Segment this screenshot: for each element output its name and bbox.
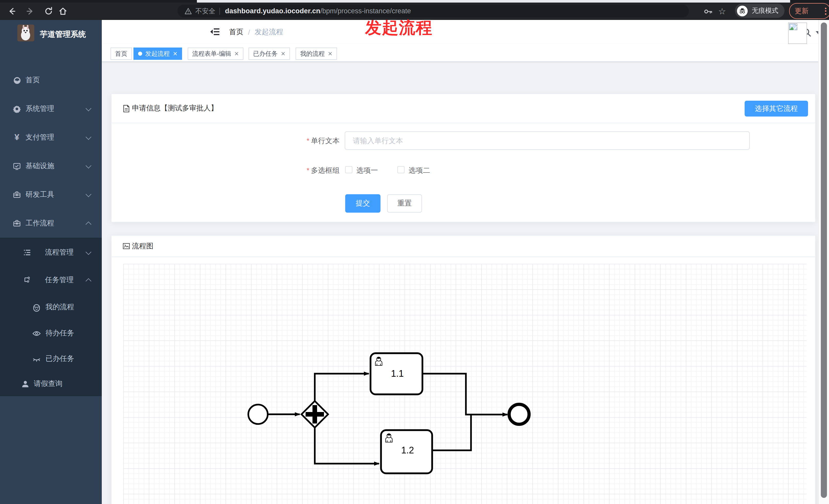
sidebar: 芋道管理系统 首页 系统管理 ¥ 支付管理 基础设施 [0, 20, 102, 504]
browser-back-button[interactable] [6, 6, 17, 17]
address-bar[interactable]: 不安全 dashboard.yudao.iocoder.cn/bpm/proce… [177, 5, 689, 17]
page-scrollbar-track[interactable] [818, 20, 829, 504]
bookmark-star-button[interactable]: ☆ [717, 6, 728, 17]
sidebar-item-label: 已办任务 [45, 354, 74, 363]
screen: 不安全 dashboard.yudao.iocoder.cn/bpm/proce… [0, 0, 829, 504]
flow-gateway-to-task1 [315, 374, 369, 401]
tree-list-icon [23, 248, 32, 257]
apply-card-title: 申请信息【测试多审批人】 [132, 104, 218, 113]
chevron-down-icon [86, 249, 92, 255]
flow-card-header: 流程图 [111, 236, 815, 257]
tab-label: 我的流程 [300, 49, 325, 58]
document-icon [123, 105, 130, 112]
breadcrumb-home[interactable]: 首页 [229, 27, 244, 37]
checkbox-option-2-label[interactable]: 选项二 [409, 166, 430, 175]
choose-other-process-button[interactable]: 选择其它流程 [745, 101, 808, 117]
eye-icon [32, 329, 41, 338]
app-title: 芋道管理系统 [40, 20, 86, 48]
bpmn-user-task-1-2[interactable]: 1.2 [381, 430, 432, 473]
page-scrollbar-thumb[interactable] [821, 23, 827, 498]
user-avatar[interactable] [788, 23, 807, 44]
tab-start-process[interactable]: 发起流程 ✕ [134, 47, 182, 60]
tags-view-bar: 首页 发起流程 ✕ 流程表单-编辑 ✕ 已办任务 ✕ 我的流程 ✕ [102, 44, 829, 62]
dashboard-icon [12, 76, 22, 85]
flow-gateway-to-task2 [315, 428, 379, 464]
sidebar-item-label: 基础设施 [26, 161, 54, 171]
toolbox-icon [12, 190, 22, 199]
browser-menu-icon[interactable] [825, 7, 826, 14]
sidebar-item-my-process[interactable]: 我的流程 [0, 294, 102, 320]
bpmn-user-task-1-1[interactable]: 1.1 [370, 353, 423, 394]
bpmn-parallel-gateway[interactable] [301, 401, 328, 428]
sidebar-collapse-button[interactable] [210, 27, 220, 37]
incognito-label: 无痕模式 [752, 6, 779, 15]
eye-closed-icon [32, 354, 41, 363]
tab-label: 首页 [115, 49, 127, 58]
tab-my-process[interactable]: 我的流程 ✕ [296, 47, 337, 60]
sidebar-item-home[interactable]: 首页 [0, 66, 102, 94]
password-key-button[interactable] [702, 6, 713, 17]
tab-home[interactable]: 首页 [110, 47, 132, 60]
fold-icon [210, 30, 213, 34]
address-separator [219, 7, 220, 14]
close-icon[interactable]: ✕ [328, 51, 332, 56]
checkbox-option-1-label[interactable]: 选项一 [356, 166, 378, 175]
chevron-down-icon [86, 105, 92, 111]
chevron-down-icon [86, 162, 92, 168]
yen-icon: ¥ [12, 133, 22, 142]
sidebar-item-workflow[interactable]: 工作流程 [0, 209, 102, 238]
picture-icon [123, 243, 130, 249]
chevron-down-icon [86, 191, 92, 197]
reset-button[interactable]: 重置 [387, 194, 422, 212]
sidebar-item-done-tasks[interactable]: 已办任务 [0, 346, 102, 372]
not-secure-icon [185, 7, 192, 14]
sidebar-item-todo-tasks[interactable]: 待办任务 [0, 320, 102, 346]
checkbox-option-2[interactable] [397, 166, 404, 173]
apply-card-header: 申请信息【测试多审批人】 选择其它流程 [111, 94, 815, 123]
tab-form-edit[interactable]: 流程表单-编辑 ✕ [188, 47, 244, 60]
close-icon[interactable]: ✕ [281, 51, 285, 56]
bpmn-end-event[interactable] [509, 404, 529, 424]
sidebar-logo[interactable]: 芋道管理系统 [0, 20, 102, 48]
window-top-strip-light [197, 0, 790, 3]
plus-icon [313, 405, 317, 424]
star-icon: ☆ [718, 6, 726, 16]
checkbox-group-label: *多选框组 [283, 166, 339, 175]
broken-image-icon [789, 24, 797, 30]
close-icon[interactable]: ✕ [173, 51, 177, 56]
browser-reload-button[interactable] [43, 6, 54, 17]
breadcrumb-separator: / [248, 28, 250, 36]
close-icon[interactable]: ✕ [234, 51, 239, 56]
sidebar-item-label: 首页 [26, 76, 40, 85]
browser-update-button[interactable]: 更新 [789, 3, 829, 19]
chevron-down-icon [86, 134, 92, 140]
sidebar-item-label: 任务管理 [45, 275, 74, 285]
sidebar-item-infrastructure[interactable]: 基础设施 [0, 152, 102, 181]
single-line-text-input[interactable] [345, 131, 750, 150]
sidebar-item-label: 支付管理 [26, 133, 54, 142]
sidebar-item-system[interactable]: 系统管理 [0, 94, 102, 123]
sidebar-item-leave-query[interactable]: 请假查询 [0, 372, 102, 396]
briefcase-icon [12, 219, 22, 228]
url-path: /bpm/process-instance/create [320, 7, 411, 15]
tab-done-tasks[interactable]: 已办任务 ✕ [249, 47, 290, 60]
update-label: 更新 [795, 6, 808, 15]
bpmn-start-event[interactable] [248, 404, 268, 424]
submit-button[interactable]: 提交 [345, 194, 381, 212]
top-navbar: 首页 / 发起流程 ? TT [102, 20, 829, 44]
url-host: dashboard.yudao.iocoder.cn [225, 7, 320, 15]
bpmn-diagram: 1.1 1.2 [123, 264, 806, 504]
bpmn-canvas[interactable]: 1.1 1.2 [123, 264, 806, 504]
sidebar-item-task-mgmt[interactable]: 任务管理 [0, 266, 102, 294]
breadcrumb-current: 发起流程 [255, 27, 283, 37]
sidebar-item-label: 请假查询 [34, 379, 62, 388]
sidebar-item-process-mgmt[interactable]: 流程管理 [0, 239, 102, 266]
browser-forward-button[interactable] [25, 6, 36, 17]
browser-home-button[interactable] [57, 6, 69, 17]
required-asterisk: * [307, 166, 310, 174]
security-label: 不安全 [195, 6, 215, 15]
sidebar-item-label: 研发工具 [26, 190, 54, 199]
sidebar-item-payment[interactable]: ¥ 支付管理 [0, 123, 102, 152]
sidebar-item-devtools[interactable]: 研发工具 [0, 181, 102, 209]
checkbox-option-1[interactable] [345, 166, 352, 173]
